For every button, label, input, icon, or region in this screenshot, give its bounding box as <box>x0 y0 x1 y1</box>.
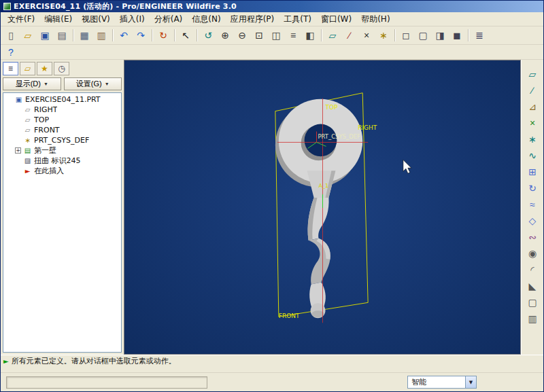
sketch-tool[interactable]: ⊿ <box>524 99 541 114</box>
favorites-tab[interactable]: ★ <box>37 62 52 75</box>
tree-item-first-wall[interactable]: ▤ 第一壁 <box>3 145 121 156</box>
extrude-icon: ⊞ <box>528 167 537 177</box>
hidden-line-icon: ▢ <box>418 31 427 40</box>
tree-item-front[interactable]: ▱ FRONT <box>3 125 121 135</box>
chamfer-tool[interactable]: ◣ <box>524 279 541 293</box>
redo-button[interactable]: ↷ <box>133 28 149 43</box>
sketch-icon: ⊿ <box>528 102 537 111</box>
app-window: EXERCISE04_11 (活动的) - Pro/ENGINEER Wildf… <box>0 0 544 392</box>
menu-edit[interactable]: 编辑(E) <box>39 12 77 26</box>
tree-label: TOP <box>34 115 49 124</box>
menu-tools[interactable]: 工具(T) <box>279 12 316 26</box>
save-button[interactable]: ▣ <box>37 28 53 43</box>
view-manager-button[interactable]: ◧ <box>302 28 318 43</box>
front-datum-label: FRONT <box>279 313 300 319</box>
copy-button[interactable]: ▦ <box>76 28 92 43</box>
blend-tool[interactable]: ◇ <box>524 213 541 228</box>
spin-button[interactable]: ↺ <box>200 28 216 43</box>
layers-icon: ≡ <box>290 31 296 40</box>
new-file-button[interactable]: ▯ <box>3 28 19 43</box>
undo-button[interactable]: ↶ <box>116 28 132 43</box>
menu-file[interactable]: 文件(F) <box>3 12 39 26</box>
regenerate-button[interactable]: ↻ <box>155 28 171 43</box>
menu-help[interactable]: 帮助(H) <box>356 12 394 26</box>
expander-icon[interactable] <box>15 147 21 154</box>
tree-item-right[interactable]: ▱ RIGHT <box>3 105 121 115</box>
toolbar-separator <box>197 29 197 41</box>
csys-toggle[interactable]: ∗ <box>375 28 392 43</box>
tree-item-insert-here[interactable]: ► 在此插入 <box>3 166 121 176</box>
datum-axis-icon: ∕ <box>349 31 350 40</box>
datum-plane-tool[interactable]: ▱ <box>524 67 541 82</box>
layers-button[interactable]: ≡ <box>285 28 301 43</box>
selection-filter-combo[interactable]: 智能 <box>407 376 477 389</box>
rib-tool[interactable]: ▥ <box>524 311 541 326</box>
shell-tool[interactable]: ▢ <box>524 295 541 310</box>
context-help-button[interactable]: ? <box>3 45 19 60</box>
toolbar-separator <box>112 29 113 41</box>
datum-axis-icon: ∕ <box>532 86 533 95</box>
menu-view[interactable]: 视图(V) <box>77 12 115 26</box>
datum-plane-icon: ▱ <box>23 127 32 134</box>
datum-point-icon: × <box>530 118 535 128</box>
combo-dropdown-button[interactable] <box>465 376 476 388</box>
wireframe-button[interactable]: ◻ <box>398 28 414 43</box>
help-toolbar: ? <box>1 45 543 60</box>
settings-dropdown[interactable]: 设置(G) <box>64 77 122 90</box>
coord-system-tool[interactable]: ∗ <box>524 132 541 147</box>
zoom-in-button[interactable]: ⊕ <box>217 28 233 43</box>
folder-browser-tab[interactable]: ▱ <box>20 62 35 75</box>
menu-info[interactable]: 信息(N) <box>187 12 225 26</box>
tree-label: 第一壁 <box>34 145 56 156</box>
model-tree-toggle[interactable]: ≣ <box>471 28 488 43</box>
tree-item-top[interactable]: ▱ TOP <box>3 115 121 125</box>
tree-item-root[interactable]: ▣ EXERCISE04_11.PRT <box>3 94 121 105</box>
print-button[interactable]: ▤ <box>54 28 70 43</box>
csys-icon: ∗ <box>23 137 32 144</box>
model-tree-tab[interactable]: ≡ <box>3 62 18 75</box>
tree-item-csys[interactable]: ∗ PRT_CSYS_DEF <box>3 135 121 145</box>
shaded-button[interactable]: ◼ <box>449 28 465 43</box>
extrude-tool[interactable]: ⊞ <box>524 164 541 179</box>
undo-icon: ↶ <box>120 31 128 40</box>
datum-planes-toggle[interactable]: ▱ <box>324 28 341 43</box>
datum-point-tool[interactable]: × <box>524 115 541 130</box>
graphics-viewport[interactable]: TOP RIGHT FRONT PRT_CSYS_DEF A_1 <box>124 60 521 355</box>
blend-icon: ◇ <box>529 216 537 226</box>
datum-plane-icon: ▱ <box>23 107 32 113</box>
hidden-line-button[interactable]: ▢ <box>415 28 431 43</box>
chamfer-icon: ◣ <box>529 281 537 291</box>
menu-window[interactable]: 窗口(W) <box>316 12 356 26</box>
datum-axes-toggle[interactable]: ∕ <box>341 28 358 43</box>
no-hidden-button[interactable]: ◨ <box>432 28 448 43</box>
sweep-icon: ≈ <box>530 200 535 209</box>
menu-analysis[interactable]: 分析(A) <box>150 12 188 26</box>
tree-toolbar: 显示(D) 设置(G) <box>3 77 122 90</box>
style-tool[interactable]: ∾ <box>524 230 541 245</box>
sweep-tool[interactable]: ≈ <box>524 197 541 212</box>
history-tab[interactable]: ◷ <box>54 62 69 75</box>
saved-views-button[interactable]: ◫ <box>268 28 284 43</box>
tree-item-twist[interactable]: ▨ 扭曲 标识245 <box>3 156 121 166</box>
datum-points-toggle[interactable]: × <box>358 28 375 43</box>
menu-bar: 文件(F) 编辑(E) 视图(V) 插入(I) 分析(A) 信息(N) 应用程序… <box>1 12 543 26</box>
menu-insert[interactable]: 插入(I) <box>115 12 150 26</box>
zoom-out-button[interactable]: ⊖ <box>234 28 250 43</box>
select-button[interactable]: ↖ <box>177 28 194 43</box>
right-datum-label: RIGHT <box>358 124 377 131</box>
revolve-tool[interactable]: ↻ <box>524 181 541 196</box>
hole-tool[interactable]: ◉ <box>524 246 541 261</box>
help-pointer-icon: ? <box>8 48 14 57</box>
datum-axis-tool[interactable]: ∕ <box>524 83 541 98</box>
datum-plane-icon: ▱ <box>23 117 32 124</box>
bottom-bar: 智能 <box>1 372 543 391</box>
status-bar: ► 所有元素已定义。请从对话框中选取元素或动作。 <box>1 355 543 372</box>
paste-button[interactable]: ▥ <box>93 28 109 43</box>
open-button[interactable]: ▱ <box>20 28 36 43</box>
curve-tool[interactable]: ∿ <box>524 148 541 163</box>
display-dropdown[interactable]: 显示(D) <box>3 77 61 90</box>
refit-button[interactable]: ⊡ <box>251 28 267 43</box>
round-tool[interactable]: ◜ <box>524 262 541 277</box>
menu-applications[interactable]: 应用程序(P) <box>226 12 279 26</box>
shaft-tip-shade <box>312 310 324 317</box>
